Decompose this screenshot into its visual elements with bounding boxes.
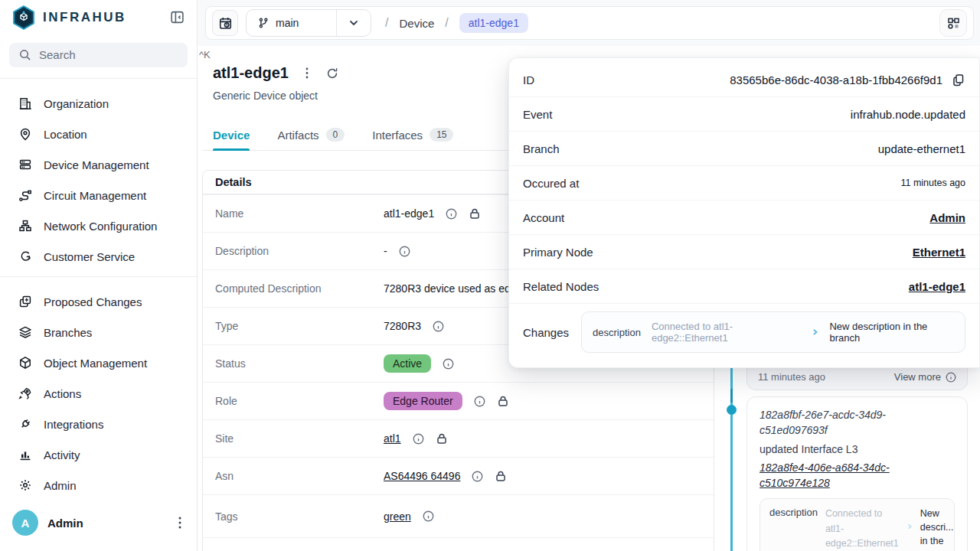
- sidebar-item-network-configuration[interactable]: Network Configuration: [0, 210, 197, 241]
- copy-icon[interactable]: [952, 73, 965, 86]
- view-more-button[interactable]: View more: [894, 371, 956, 383]
- panel-row-event: Event infrahub.node.updated: [509, 97, 979, 132]
- time-travel-button[interactable]: [212, 10, 238, 36]
- avatar: A: [12, 510, 38, 536]
- sidebar-item-integrations[interactable]: Integrations: [0, 409, 197, 439]
- field-label: Role: [215, 395, 384, 407]
- sidebar-item-label: Proposed Changes: [44, 295, 142, 308]
- sidebar-item-activity[interactable]: Activity: [0, 439, 197, 470]
- sidebar-item-label: Network Configuration: [44, 220, 157, 233]
- primary-node-link[interactable]: Ethernet1: [913, 246, 965, 259]
- sidebar-item-object-management[interactable]: Object Management: [0, 347, 197, 378]
- user-kebab-icon[interactable]: [175, 514, 185, 532]
- sidebar-item-circuit-management[interactable]: Circuit Management: [0, 180, 197, 210]
- sidebar-item-proposed-changes[interactable]: Proposed Changes: [0, 286, 197, 317]
- sidebar-item-label: Organization: [44, 97, 109, 110]
- sidebar-item-label: Device Management: [44, 158, 149, 171]
- panel-row-branch: Branch update-ethernet1: [509, 132, 979, 166]
- related-node-link[interactable]: atl1-edge1: [909, 280, 965, 293]
- diff-icon: [18, 295, 32, 308]
- gear-icon: [18, 478, 32, 492]
- event-action: updated Interface L3: [760, 443, 955, 455]
- chevron-right-icon: [812, 328, 818, 336]
- sidebar-item-location[interactable]: Location: [0, 119, 197, 149]
- change-chip: description Connected to atl1-edge2::Eth…: [581, 311, 965, 353]
- tab-count: 15: [430, 128, 453, 142]
- search-field[interactable]: [39, 48, 191, 61]
- schema-button[interactable]: [939, 9, 967, 37]
- handshake-icon: [18, 249, 32, 263]
- role-badge[interactable]: Edge Router: [384, 392, 462, 410]
- bar-chart-icon: [18, 448, 32, 461]
- infrahub-logo[interactable]: INFRAHUB: [12, 5, 126, 30]
- sidebar-item-label: Circuit Management: [44, 189, 146, 202]
- tab-label: Interfaces: [372, 129, 423, 142]
- sidebar-item-admin[interactable]: Admin: [0, 470, 197, 500]
- lock-icon: [436, 432, 448, 445]
- event-card: 182a8fbf-26e7-acdc-34d9-c51ed097693f upd…: [746, 396, 968, 551]
- event-target-link[interactable]: 182a8fe4-406e-a684-34dc-c510c974e128: [760, 460, 926, 491]
- tab-device[interactable]: Device: [213, 127, 250, 150]
- breadcrumb-object[interactable]: atl1-edge1: [459, 13, 528, 33]
- event-timestamp: 11 minutes ago: [758, 371, 825, 383]
- sidebar-item-device-management[interactable]: Device Management: [0, 149, 197, 180]
- info-icon[interactable]: [474, 396, 485, 407]
- info-icon[interactable]: [472, 471, 483, 482]
- calendar-clock-icon: [218, 16, 233, 31]
- plug-icon: [18, 417, 32, 431]
- details-row-tags: Tags green: [203, 494, 714, 537]
- sidebar-item-organization[interactable]: Organization: [0, 88, 197, 119]
- asn-link[interactable]: AS64496 64496: [384, 470, 460, 482]
- object-kebab-icon[interactable]: [305, 67, 309, 79]
- panel-row-related-nodes: Related Nodes atl1-edge1: [509, 269, 979, 304]
- event-details-panel: ID 83565b6e-86dc-4038-a18b-1fbb4266f9d1 …: [508, 57, 980, 368]
- breadcrumb-separator: /: [385, 16, 388, 30]
- chevron-right-icon: [906, 523, 913, 530]
- branch-selector[interactable]: main: [246, 9, 371, 37]
- panel-row-occured-at: Occured at 11 minutes ago: [509, 166, 979, 201]
- info-icon[interactable]: [446, 208, 457, 220]
- breadcrumb-type[interactable]: Device: [399, 17, 434, 30]
- sidebar-nav: Organization Location Device Management …: [0, 79, 197, 272]
- tab-label: Artifacts: [277, 129, 318, 142]
- infrahub-logo-icon: [12, 5, 35, 30]
- map-pin-icon: [18, 127, 32, 141]
- sidebar-item-branches[interactable]: Branches: [0, 317, 197, 347]
- search-icon: [18, 48, 31, 61]
- tag-link[interactable]: green: [384, 510, 411, 523]
- refresh-icon[interactable]: [325, 67, 339, 80]
- tab-artifacts[interactable]: Artifacts 0: [277, 127, 345, 150]
- page-header: atl1-edge1 Generic Device object: [213, 64, 339, 102]
- git-branch-icon: [257, 17, 270, 29]
- panel-row-account: Account Admin: [509, 201, 979, 235]
- field-label: Asn: [215, 470, 384, 482]
- timeline-tick: [730, 389, 733, 403]
- site-link[interactable]: atl1: [384, 432, 401, 445]
- info-icon[interactable]: [413, 433, 424, 445]
- event-change-chip: description Connected to atl1-edge2::Eth…: [760, 498, 955, 551]
- page-title: atl1-edge1: [213, 64, 289, 82]
- page-subtitle: Generic Device object: [213, 90, 339, 102]
- view-more-label: View more: [894, 371, 941, 383]
- change-property: description: [769, 507, 818, 518]
- sidebar-item-actions[interactable]: Actions: [0, 378, 197, 409]
- branch-caret[interactable]: [337, 10, 371, 36]
- search-shortcut: ^K: [199, 49, 211, 60]
- info-icon[interactable]: [399, 246, 410, 257]
- change-property: description: [593, 327, 641, 338]
- info-icon[interactable]: [433, 321, 444, 332]
- status-badge[interactable]: Active: [384, 354, 431, 373]
- change-old-value: Connected to atl1-edge2::Ethernet1: [825, 507, 899, 551]
- breadcrumb-separator: /: [445, 16, 448, 30]
- sidebar-item-label: Actions: [44, 387, 81, 400]
- field-value: atl1-edge1: [384, 207, 434, 220]
- search-input[interactable]: ^K: [9, 43, 188, 68]
- tab-interfaces[interactable]: Interfaces 15: [372, 127, 453, 150]
- sidebar-collapse-icon[interactable]: [170, 10, 185, 24]
- info-icon[interactable]: [443, 358, 454, 370]
- info-icon[interactable]: [423, 510, 434, 522]
- sidebar-item-customer-service[interactable]: Customer Service: [0, 241, 197, 272]
- user-menu[interactable]: A Admin: [0, 500, 197, 551]
- account-link[interactable]: Admin: [929, 211, 965, 224]
- cube-icon: [18, 356, 32, 370]
